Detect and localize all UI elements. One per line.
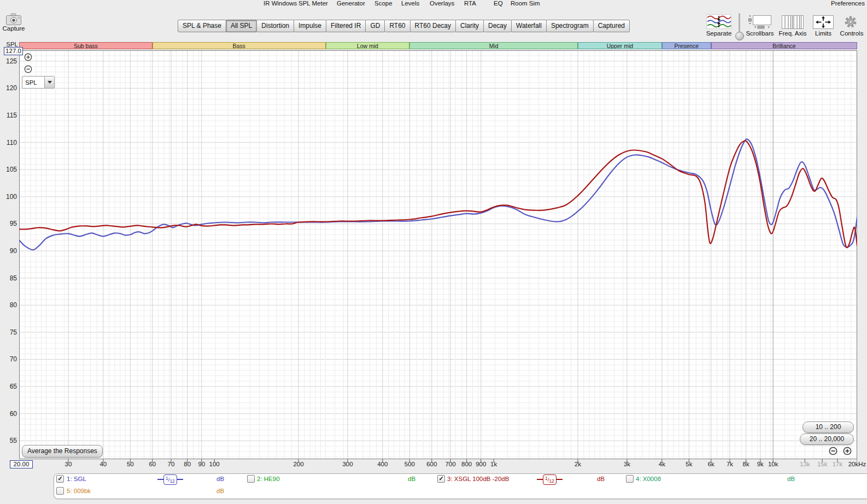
graph-mode-select[interactable]: SPL: [22, 76, 55, 89]
band-sub-bass: Sub bass: [19, 42, 153, 49]
y-zoom-in-button[interactable]: [24, 53, 32, 61]
x-tick-2k: 2k: [564, 461, 591, 467]
tab-rt60[interactable]: RT60: [384, 20, 410, 32]
legend-unit-5: dB: [216, 488, 224, 494]
tab-rt60-decay[interactable]: RT60 Decay: [410, 20, 456, 32]
x-zoom-in-button[interactable]: [843, 447, 852, 455]
legend-label-2[interactable]: 2: HE90: [257, 476, 280, 482]
capture-label: Capture: [1, 25, 26, 32]
freq-axis-icon: [782, 15, 804, 29]
limits-button[interactable]: [813, 15, 834, 29]
menu-item-levels[interactable]: Levels: [401, 0, 419, 7]
tab-waterfall[interactable]: Waterfall: [511, 20, 547, 32]
legend-unit-2: dB: [408, 476, 415, 482]
x-axis-value-box[interactable]: 20.00: [10, 460, 33, 468]
tab-distortion[interactable]: Distortion: [256, 20, 294, 32]
check-icon: ✓: [438, 475, 443, 482]
tab-decay[interactable]: Decay: [483, 20, 512, 32]
smoothing-badge-1[interactable]: 1/12: [157, 475, 183, 484]
limits-label: Limits: [807, 30, 840, 37]
x-tick-200: 200: [285, 461, 312, 467]
tab-filtered-ir[interactable]: Filtered IR: [326, 20, 366, 32]
legend-unit-1: dB: [216, 476, 224, 482]
range-20-20000-button[interactable]: 20 .. 20,000: [800, 433, 854, 445]
menu-item-room-sim[interactable]: Room Sim: [511, 0, 540, 7]
y-tick-80: 80: [0, 301, 17, 309]
menu-item-ir-windows[interactable]: IR Windows: [263, 0, 297, 7]
tab-clarity[interactable]: Clarity: [455, 20, 484, 32]
controls-label: Controls: [835, 30, 867, 37]
y-tick-60: 60: [0, 410, 17, 418]
x-zoom-out-button[interactable]: [829, 447, 837, 455]
y-tick-75: 75: [0, 329, 17, 336]
legend-label-4[interactable]: 4: X0008: [636, 476, 661, 482]
x-tick-40: 40: [90, 461, 117, 467]
menu-item-eq[interactable]: EQ: [494, 0, 503, 7]
tab-gd[interactable]: GD: [365, 20, 385, 32]
y-tick-90: 90: [0, 247, 17, 255]
menu-item-scope[interactable]: Scope: [374, 0, 393, 7]
check-icon: ✓: [57, 475, 62, 482]
capture-button[interactable]: Capture: [1, 13, 26, 32]
y-tick-95: 95: [0, 220, 17, 227]
legend-label-5[interactable]: 5: 009bk: [67, 488, 91, 494]
range-10-200-button[interactable]: 10 .. 200: [802, 421, 854, 433]
x-tick-10k: 10k: [759, 461, 787, 467]
chevron-down-icon[interactable]: [44, 77, 54, 88]
separate-traces-icon: [706, 14, 731, 29]
menu-item-spl-meter[interactable]: SPL Meter: [298, 0, 328, 7]
legend-unit-3: dB: [597, 476, 605, 482]
gear-icon: [842, 15, 859, 29]
limits-arrows-icon: [813, 15, 834, 29]
y-zoom-out-button[interactable]: [24, 65, 32, 73]
band-brilliance: Brilliance: [711, 42, 857, 49]
freq-axis-button[interactable]: [782, 15, 804, 29]
band-bass: Bass: [153, 42, 326, 49]
view-tabs: SPL & PhaseAll SPLDistortionImpulseFilte…: [178, 20, 630, 32]
graph-mode-value: SPL: [22, 79, 44, 86]
x-tick-3k: 3k: [613, 461, 641, 467]
y-tick-65: 65: [0, 383, 17, 390]
tab-all-spl[interactable]: All SPL: [226, 20, 257, 32]
average-responses-button[interactable]: Average the Responses: [22, 445, 103, 458]
x-tick-300: 300: [334, 461, 361, 467]
legend-label-3[interactable]: 3: XSGL 100dB -20dB: [447, 476, 509, 482]
plus-circle-icon: [843, 447, 852, 455]
legend-checkbox-2[interactable]: ✓: [247, 475, 255, 483]
legend-checkbox-3[interactable]: ✓: [437, 475, 445, 483]
tab-captured[interactable]: Captured: [593, 20, 630, 32]
camera-icon: [1, 13, 26, 26]
menu-item-overlays[interactable]: Overlays: [430, 0, 454, 7]
y-tick-70: 70: [0, 355, 17, 363]
legend-checkbox-5[interactable]: ✓: [56, 487, 64, 495]
y-tick-105: 105: [0, 166, 17, 173]
x-tick-30: 30: [55, 461, 82, 467]
tab-spectrogram[interactable]: Spectrogram: [546, 20, 594, 32]
legend-checkbox-4[interactable]: ✓: [626, 475, 634, 483]
plus-circle-icon: [24, 53, 32, 61]
tab-spl-phase[interactable]: SPL & Phase: [178, 20, 226, 32]
menu-item-preferences[interactable]: Preferences: [831, 0, 865, 7]
y-tick-110: 110: [0, 139, 17, 146]
menu-item-rta[interactable]: RTA: [464, 0, 476, 7]
smoothing-badge-3[interactable]: 1/12: [537, 475, 563, 484]
y-axis-value-box[interactable]: 127.0: [4, 47, 23, 55]
controls-button[interactable]: [842, 15, 859, 29]
legend-label-1[interactable]: 1: SGL: [67, 476, 86, 482]
legend-unit-4: dB: [787, 476, 795, 482]
x-tick-100: 100: [201, 461, 228, 467]
rew-window: IR WindowsSPL MeterGeneratorScopeLevelsO…: [0, 0, 867, 504]
tab-impulse[interactable]: Impulse: [294, 20, 326, 32]
x-tick-20khz: 20kHz: [843, 461, 867, 467]
y-tick-100: 100: [0, 193, 17, 201]
separate-label: Separate: [701, 30, 736, 37]
separate-button[interactable]: [706, 14, 731, 29]
spl-chart[interactable]: [19, 50, 857, 467]
band-mid: Mid: [409, 42, 578, 49]
y-tick-115: 115: [0, 112, 17, 119]
menu-item-generator[interactable]: Generator: [337, 0, 365, 7]
freq-axis-label: Freq. Axis: [775, 30, 810, 37]
y-tick-120: 120: [0, 84, 17, 92]
legend-checkbox-1[interactable]: ✓: [56, 475, 64, 483]
scrollbars-button[interactable]: [748, 14, 772, 30]
